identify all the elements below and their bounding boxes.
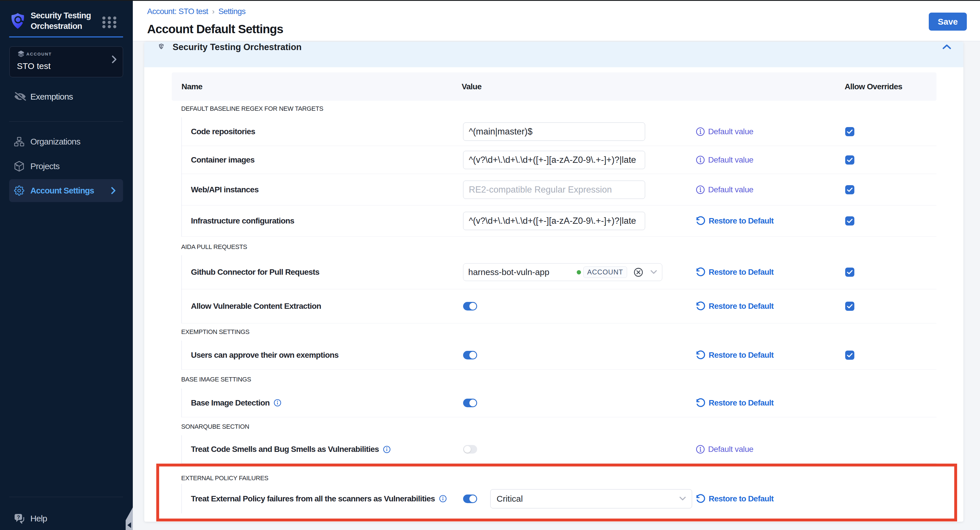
svg-text:?: ? bbox=[17, 514, 20, 520]
